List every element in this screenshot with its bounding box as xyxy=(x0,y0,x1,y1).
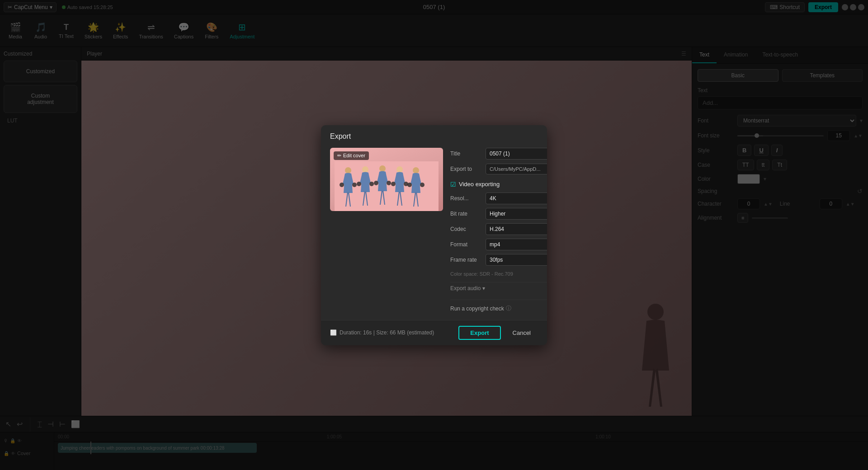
copyright-label: Run a copyright check ⓘ xyxy=(450,305,511,312)
svg-point-14 xyxy=(413,167,419,174)
video-export-header: ☑ Video exporting xyxy=(450,181,547,188)
video-check-icon: ☑ xyxy=(450,181,456,188)
codec-select[interactable]: H.264 xyxy=(486,223,547,235)
bitrate-row: Bit rate Higher xyxy=(450,208,547,220)
frame-rate-select[interactable]: 30fps xyxy=(486,254,547,266)
modal-actions: Export Cancel xyxy=(458,326,538,340)
title-row: Title xyxy=(450,148,547,160)
export-audio-label: Export audio xyxy=(450,285,481,291)
copyright-row: Run a copyright check ⓘ xyxy=(450,300,547,313)
format-label: Format xyxy=(450,241,482,248)
copyright-info-icon: ⓘ xyxy=(506,305,511,312)
edit-cover-button[interactable]: ✏ Edit cover xyxy=(334,151,369,160)
modal-title: Export xyxy=(321,125,547,141)
video-export-label: Video exporting xyxy=(459,181,500,188)
resolution-label: Resol... xyxy=(450,195,482,202)
modal-footer: ⬜ Duration: 16s | Size: 66 MB (estimated… xyxy=(321,320,547,345)
svg-point-5 xyxy=(362,166,368,173)
edit-icon: ✏ xyxy=(337,153,341,159)
export-audio-chevron: ▾ xyxy=(482,285,485,291)
bitrate-select[interactable]: Higher xyxy=(486,208,547,220)
export-path-row: 📁 xyxy=(486,163,547,175)
color-space-label: Color space: SDR - Rec.709 xyxy=(450,271,547,277)
codec-label: Codec xyxy=(450,226,482,232)
svg-point-12 xyxy=(391,182,396,186)
svg-point-3 xyxy=(340,183,344,187)
export-to-row: Export to 📁 xyxy=(450,163,547,175)
svg-point-16 xyxy=(420,183,425,187)
modal-settings: Title Export to 📁 ☑ Video exporting xyxy=(450,148,547,313)
codec-row: Codec H.264 xyxy=(450,223,547,235)
duration-text: Duration: 16s | Size: 66 MB (estimated) xyxy=(340,329,434,336)
edit-cover-label: Edit cover xyxy=(343,153,365,158)
svg-point-7 xyxy=(369,182,374,186)
svg-point-11 xyxy=(396,166,403,173)
svg-point-15 xyxy=(407,183,412,187)
duration-info: ⬜ Duration: 16s | Size: 66 MB (estimated… xyxy=(330,329,434,336)
svg-point-2 xyxy=(345,167,351,174)
title-input[interactable] xyxy=(486,148,547,160)
format-select[interactable]: mp4 xyxy=(486,239,547,250)
modal-body: ✏ Edit cover Title Export to 📁 xyxy=(321,141,547,320)
svg-point-8 xyxy=(379,165,386,172)
export-button[interactable]: Export xyxy=(458,326,500,340)
cheerleaders-svg xyxy=(335,161,439,211)
export-audio-row[interactable]: Export audio ▾ xyxy=(450,282,547,294)
format-row: Format mp4 xyxy=(450,239,547,250)
frame-rate-label: Frame rate xyxy=(450,257,482,263)
frame-rate-row: Frame rate 30fps xyxy=(450,254,547,266)
export-modal: Export xyxy=(321,125,547,345)
bitrate-label: Bit rate xyxy=(450,211,482,217)
svg-point-9 xyxy=(374,181,378,185)
svg-point-4 xyxy=(352,183,357,187)
duration-icon: ⬜ xyxy=(330,329,337,336)
modal-overlay: Export xyxy=(0,0,868,470)
resolution-select[interactable]: 4K xyxy=(486,193,547,204)
title-label: Title xyxy=(450,150,482,157)
copyright-text: Run a copyright check xyxy=(450,306,504,312)
cancel-button[interactable]: Cancel xyxy=(505,326,538,340)
export-to-label: Export to xyxy=(450,166,482,172)
export-path-input[interactable] xyxy=(486,164,547,174)
svg-point-10 xyxy=(387,181,391,185)
resolution-row: Resol... 4K xyxy=(450,193,547,204)
svg-point-6 xyxy=(357,182,361,186)
modal-preview: ✏ Edit cover xyxy=(330,148,443,211)
